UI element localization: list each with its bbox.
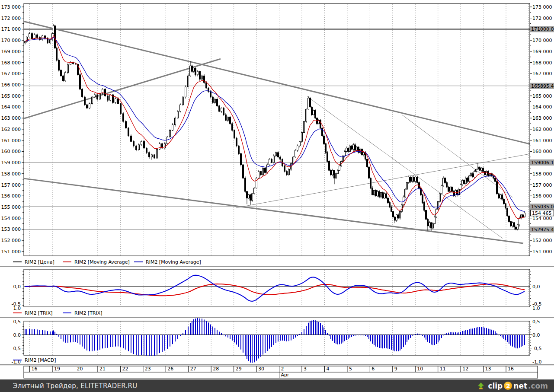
level-axis-label: 171000.06	[530, 26, 554, 32]
macd-bar	[396, 335, 397, 351]
candle	[400, 210, 401, 220]
candle	[521, 214, 522, 220]
candle	[234, 130, 235, 139]
macd-bar	[460, 332, 461, 335]
candle-body	[164, 143, 166, 148]
candle-body	[63, 76, 64, 81]
candle	[310, 97, 311, 108]
candle	[368, 166, 370, 179]
macd-bar	[118, 335, 118, 347]
candle-body	[384, 194, 385, 198]
candle-body	[426, 210, 427, 220]
candle	[288, 168, 290, 176]
candle	[370, 178, 371, 189]
macd-bar	[363, 335, 364, 335]
candle-body	[386, 194, 387, 198]
candle	[67, 63, 69, 74]
macd-bar	[438, 335, 439, 343]
candle-body	[443, 178, 444, 186]
candle-body	[422, 195, 423, 203]
logo-two: 2	[504, 382, 512, 390]
candle-body	[400, 211, 401, 218]
macd-bar	[291, 335, 291, 341]
macd-bar	[464, 331, 464, 335]
chart-canvas: 151 000151 000152 000152 000153 000154 0…	[0, 0, 554, 379]
candle-body	[32, 34, 33, 39]
macd-bar	[258, 335, 259, 359]
macd-bar	[458, 332, 459, 335]
candle	[377, 190, 378, 197]
candle	[120, 103, 122, 115]
candle	[306, 108, 307, 123]
candle	[346, 147, 347, 153]
candle	[29, 32, 30, 38]
candle-body	[115, 99, 116, 102]
macd-bar	[387, 335, 388, 349]
candle-body	[269, 159, 270, 165]
candle	[197, 70, 199, 76]
candle-body	[177, 112, 179, 118]
day-label: 16	[508, 366, 514, 372]
macd-bar	[58, 335, 59, 337]
candle-body	[367, 159, 368, 167]
candle-body	[495, 178, 496, 182]
candle	[339, 166, 340, 171]
candle-body	[238, 146, 240, 153]
candle-body	[410, 177, 411, 182]
macd-bar	[236, 335, 237, 345]
candle	[304, 121, 305, 133]
trix-slow-line	[25, 284, 525, 296]
macd-bar	[170, 335, 170, 347]
candle	[389, 201, 391, 208]
candle	[491, 173, 493, 177]
clip2net-logo[interactable]: clip2net.com	[477, 382, 554, 390]
day-label: 6	[371, 366, 375, 372]
candle-body	[439, 194, 441, 201]
macd-bar	[146, 335, 147, 356]
candle	[322, 127, 323, 137]
candle-body	[375, 190, 377, 196]
macd-bar	[288, 335, 289, 341]
current-price-box: 154 465	[531, 210, 554, 216]
candle	[208, 87, 209, 93]
price-axis-label-left: 168 000	[1, 60, 21, 66]
candle-body	[80, 75, 81, 89]
candle	[26, 36, 28, 43]
candle	[498, 193, 500, 199]
candle-body	[206, 83, 207, 88]
candle	[477, 163, 479, 170]
candle	[70, 61, 71, 65]
macd-bar	[61, 335, 61, 339]
candle-body	[295, 150, 296, 157]
macd-bar	[368, 335, 369, 339]
macd-bar	[502, 335, 503, 338]
macd-bar	[500, 335, 501, 336]
macd-bar	[32, 329, 32, 335]
candle-body	[415, 177, 416, 182]
candle-body	[503, 199, 505, 204]
macd-bar	[73, 335, 74, 342]
candle	[240, 153, 242, 166]
candle	[509, 215, 510, 222]
candle-body	[97, 95, 98, 99]
price-axis-label-right: 168 000	[532, 60, 552, 66]
macd-bar	[420, 335, 421, 335]
candle-body	[500, 195, 501, 198]
candle-body	[509, 216, 510, 222]
candle	[412, 176, 413, 183]
macd-bar	[177, 335, 178, 339]
macd-bar	[197, 318, 198, 335]
macd-bar	[84, 335, 85, 349]
candle-body	[56, 48, 58, 60]
candle	[486, 170, 487, 176]
candle-body	[517, 225, 519, 229]
macd-bar	[517, 335, 518, 349]
candle-body	[381, 193, 382, 197]
macd-bar	[479, 327, 480, 335]
candle-body	[188, 76, 189, 87]
macd-bar	[254, 335, 255, 363]
candle	[464, 179, 465, 185]
macd-bar	[422, 335, 423, 336]
candle	[308, 96, 309, 109]
day-label: 12	[462, 366, 468, 372]
